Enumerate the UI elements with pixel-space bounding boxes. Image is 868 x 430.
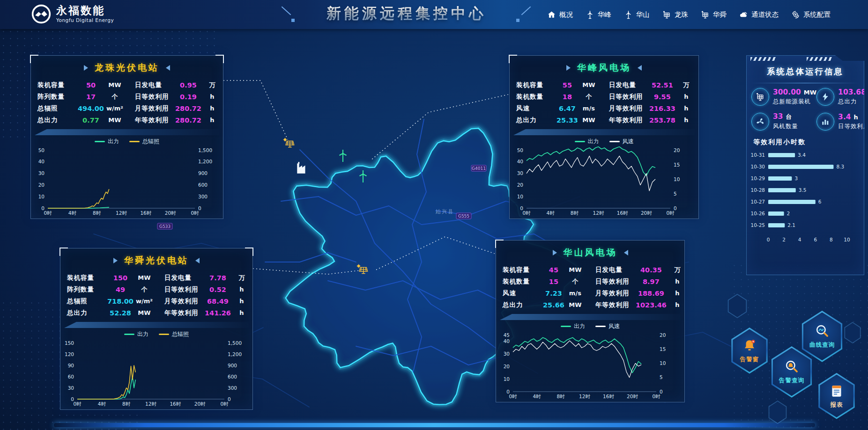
svg-text:300: 300 bbox=[198, 194, 208, 199]
metric-value: 280.72 bbox=[175, 117, 201, 124]
metric-label: 总辐照 bbox=[67, 297, 107, 306]
legend-swatch bbox=[95, 141, 105, 142]
svg-text:600: 600 bbox=[198, 182, 208, 188]
triangle-left-icon bbox=[624, 250, 628, 255]
stat-label: 风机数量 bbox=[773, 123, 798, 131]
metric-value: 52.28 bbox=[107, 309, 134, 317]
svg-text:600: 600 bbox=[228, 374, 237, 379]
metric-label: 日等效利用 bbox=[135, 93, 175, 101]
metric-label: 装机容量 bbox=[516, 81, 556, 89]
nav-label: 华舜 bbox=[713, 10, 727, 19]
metric-unit: m/s bbox=[578, 105, 600, 112]
action-label: 报表 bbox=[831, 401, 843, 409]
hazard-stripes-icon bbox=[750, 57, 776, 61]
legend-swatch bbox=[595, 326, 606, 327]
svg-text:8时: 8时 bbox=[93, 210, 101, 216]
legend-item: 风速 bbox=[609, 138, 634, 146]
brand-name-en: Yongfu Digital Energy bbox=[56, 17, 114, 23]
header: 永福数能 Yongfu Digital Energy 新能源远程集控中心 概况华… bbox=[0, 0, 868, 29]
svg-text:900: 900 bbox=[198, 170, 208, 176]
summary-stat: 3.4h日等效利用 bbox=[816, 112, 868, 131]
output-windspeed-chart: 01020304045051015200时4时8时12时16时20时0时 bbox=[496, 331, 677, 400]
metric-unit: h bbox=[675, 105, 697, 112]
metric-row: 装机容量50MW bbox=[36, 79, 127, 91]
metric-row: 阵列数量49个 bbox=[65, 284, 157, 295]
metric-value: 8.97 bbox=[636, 278, 667, 285]
metric-row: 总辐照718.00w/m² bbox=[65, 295, 157, 307]
nav-item-系统配置[interactable]: 系统配置 bbox=[791, 10, 831, 19]
road-label: G4011 bbox=[472, 166, 486, 171]
divider-band bbox=[64, 322, 249, 328]
svg-text:0时: 0时 bbox=[652, 394, 660, 399]
nav-item-通道状态[interactable]: 通道状态 bbox=[739, 10, 779, 19]
stat-value: 33 bbox=[773, 112, 783, 121]
svg-text:20: 20 bbox=[38, 182, 45, 188]
metric-label: 月等效利用 bbox=[595, 289, 636, 298]
metric-value: 718.00 bbox=[107, 298, 134, 305]
metric-value: 15 bbox=[543, 278, 564, 285]
metric-unit: MW bbox=[134, 309, 155, 316]
metric-value: 25.66 bbox=[543, 301, 564, 309]
nav-item-华峰[interactable]: 华峰 bbox=[586, 10, 611, 19]
road-label: G555 bbox=[458, 214, 469, 219]
brand-logo: 永福数能 Yongfu Digital Energy bbox=[31, 4, 114, 24]
output-irradiance-chart: 0102030405003006009001,2001,5000时4时8时12时… bbox=[31, 146, 215, 217]
station-metrics: 装机容量50MW阵列数量17个总辐照494.00w/m²总出力0.77MW 日发… bbox=[31, 77, 223, 126]
legend-label: 风速 bbox=[608, 322, 620, 330]
metric-unit: h bbox=[231, 309, 252, 316]
svg-text:20时: 20时 bbox=[165, 210, 176, 216]
metric-row: 日等效利用0.52h bbox=[163, 284, 254, 295]
solar-station-icon[interactable] bbox=[282, 136, 296, 150]
metric-row: 总出力25.33MW bbox=[514, 114, 601, 126]
bar-10-30 bbox=[768, 165, 833, 169]
station-title: 华舜光伏电站 bbox=[124, 255, 189, 267]
station-title-row: 华舜光伏电站 bbox=[60, 248, 252, 270]
solar-panel-icon bbox=[662, 10, 671, 19]
wind-turbine-icon[interactable] bbox=[357, 169, 371, 183]
corner-bracket-icon bbox=[509, 55, 517, 63]
nav-item-概况[interactable]: 概况 bbox=[547, 10, 573, 19]
system-summary-panel: 系统总体运行信息 300.00MW总新能源装机103.68MW总出力33台风机数… bbox=[746, 55, 864, 275]
svg-text:0: 0 bbox=[767, 237, 770, 242]
metric-value: 188.69 bbox=[636, 290, 667, 297]
station-title: 华峰风电场 bbox=[577, 62, 631, 74]
svg-text:16时: 16时 bbox=[603, 394, 614, 399]
svg-text:2.1: 2.1 bbox=[787, 222, 795, 228]
nav-label: 概况 bbox=[559, 10, 573, 19]
metric-label: 月等效利用 bbox=[164, 297, 205, 306]
metric-value: 68.49 bbox=[205, 298, 231, 305]
wind-turbine-icon[interactable] bbox=[337, 149, 350, 163]
factory-icon[interactable] bbox=[295, 161, 308, 175]
road-label: G533 bbox=[159, 224, 171, 229]
wind-turbine-icon bbox=[586, 10, 594, 19]
solar-station-icon[interactable] bbox=[356, 262, 369, 277]
metric-unit: 万 bbox=[201, 81, 223, 89]
metric-unit: h bbox=[201, 93, 223, 100]
legend-item: 总辐照 bbox=[159, 330, 189, 338]
svg-text:10: 10 bbox=[674, 176, 680, 182]
metric-row: 总辐照494.00w/m² bbox=[36, 102, 127, 114]
summary-stat: 33台风机数量 bbox=[751, 112, 816, 131]
nav-item-华舜[interactable]: 华舜 bbox=[701, 10, 727, 19]
nav-item-华山[interactable]: 华山 bbox=[624, 10, 650, 19]
metric-row: 装机容量55MW bbox=[514, 79, 601, 91]
metric-row: 日发电量7.78万 bbox=[163, 272, 254, 284]
nav-item-龙珠[interactable]: 龙珠 bbox=[662, 10, 688, 19]
metric-unit: w/m² bbox=[134, 298, 155, 305]
svg-text:5: 5 bbox=[660, 374, 663, 380]
metric-row: 日等效利用0.19h bbox=[133, 91, 225, 102]
lightning-icon bbox=[816, 88, 834, 106]
metric-value: 17 bbox=[78, 93, 104, 101]
metric-row: 总出力25.66MW bbox=[501, 299, 588, 311]
svg-text:45: 45 bbox=[504, 332, 510, 338]
metric-value: 0.52 bbox=[205, 286, 231, 293]
metric-value: 18 bbox=[556, 93, 578, 101]
metric-unit: MW bbox=[564, 301, 586, 308]
svg-text:12时: 12时 bbox=[593, 210, 604, 216]
system-config-icon bbox=[791, 10, 800, 19]
system-summary-title: 系统总体运行信息 bbox=[747, 66, 864, 77]
svg-text:40: 40 bbox=[38, 159, 45, 164]
series-总辐照 bbox=[48, 189, 109, 208]
bar-10-28 bbox=[768, 188, 796, 192]
output-windspeed-chart: 01020304050051015200时4时8时12时16时20时0时 bbox=[510, 146, 691, 217]
